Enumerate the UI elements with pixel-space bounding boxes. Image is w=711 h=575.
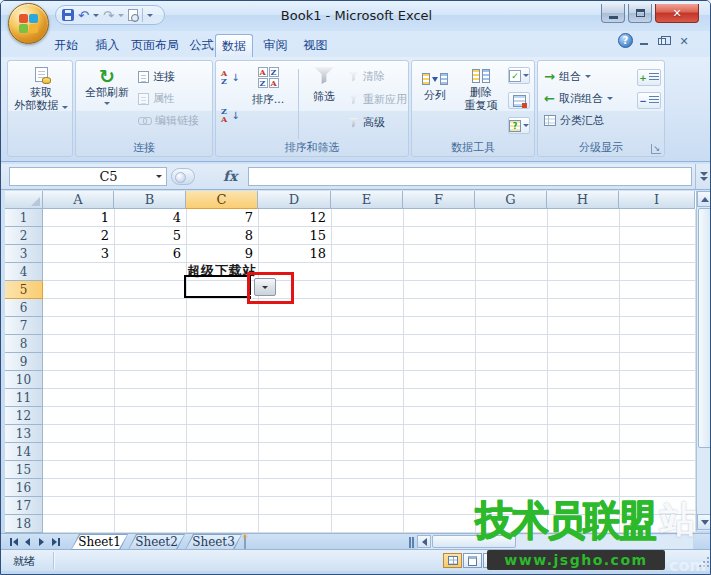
cell-B1[interactable]: 4	[114, 209, 181, 227]
column-header-A[interactable]: A	[43, 191, 114, 209]
subtotal-button[interactable]: 分类汇总	[544, 113, 604, 128]
name-box-dropdown-icon[interactable]	[152, 175, 166, 178]
remove-duplicates-button[interactable]: 删除 重复项	[457, 67, 505, 112]
print-preview-icon[interactable]	[128, 9, 138, 21]
connections-button[interactable]: 连接	[138, 69, 175, 84]
cell-A1[interactable]: 1	[43, 209, 109, 227]
row-header-17[interactable]: 17	[5, 497, 43, 515]
row-header-5[interactable]: 5	[5, 281, 43, 299]
group-button[interactable]: → 组合	[544, 69, 591, 84]
tab-home[interactable]: 开始	[45, 34, 87, 57]
previous-sheet-button[interactable]	[21, 536, 34, 548]
workbook-restore-button[interactable]	[655, 35, 669, 47]
tab-data[interactable]: 数据	[215, 34, 253, 57]
cell-D3[interactable]: 18	[258, 245, 326, 263]
scroll-down-button[interactable]	[697, 514, 711, 530]
column-header-I[interactable]: I	[619, 191, 695, 209]
normal-view-button[interactable]	[443, 553, 462, 568]
row-header-6[interactable]: 6	[5, 299, 43, 317]
cell-A2[interactable]: 2	[43, 227, 109, 245]
row-header-14[interactable]: 14	[5, 443, 43, 461]
formula-bar-splitter[interactable]	[171, 168, 195, 185]
formula-input[interactable]	[248, 167, 692, 186]
row-header-18[interactable]: 18	[5, 515, 43, 533]
select-all-corner[interactable]	[5, 191, 43, 209]
row-header-9[interactable]: 9	[5, 353, 43, 371]
row-header-16[interactable]: 16	[5, 479, 43, 497]
row-header-15[interactable]: 15	[5, 461, 43, 479]
row-header-11[interactable]: 11	[5, 389, 43, 407]
column-header-C[interactable]: C	[186, 191, 258, 209]
filter-button[interactable]: 筛选	[304, 67, 344, 103]
column-header-E[interactable]: E	[331, 191, 403, 209]
sort-descending-button[interactable]: ZA↓	[221, 107, 240, 123]
save-icon[interactable]	[62, 9, 74, 21]
hide-detail-button[interactable]: −	[637, 92, 661, 109]
cell-A3[interactable]: 3	[43, 245, 109, 263]
scroll-up-button[interactable]	[697, 191, 711, 207]
column-header-G[interactable]: G	[475, 191, 547, 209]
workbook-close-button[interactable]: ✕	[677, 35, 691, 47]
close-button[interactable]: ✕	[655, 4, 699, 23]
office-button[interactable]	[8, 3, 49, 44]
row-header-3[interactable]: 3	[5, 245, 43, 263]
sheet-tab-sheet3[interactable]: Sheet3	[185, 534, 242, 550]
cell-D1[interactable]: 12	[258, 209, 326, 227]
sort-ascending-button[interactable]: AZ↓	[221, 69, 240, 85]
cell-C3[interactable]: 9	[186, 245, 253, 263]
tab-review[interactable]: 审阅	[256, 34, 295, 57]
insert-function-button[interactable]: fx	[223, 168, 237, 184]
customize-qat-caret[interactable]	[147, 14, 153, 17]
row-header-8[interactable]: 8	[5, 335, 43, 353]
tab-insert[interactable]: 插入	[88, 34, 127, 57]
name-box[interactable]: C5	[9, 167, 167, 186]
last-sheet-button[interactable]	[49, 536, 62, 548]
sort-button[interactable]: AZ ZA 排序...	[244, 67, 292, 106]
row-header-12[interactable]: 12	[5, 407, 43, 425]
show-detail-button[interactable]: +	[637, 69, 661, 86]
selected-cell-C5[interactable]	[184, 275, 251, 298]
column-header-D[interactable]: D	[258, 191, 331, 209]
row-header-4[interactable]: 4	[5, 263, 43, 281]
advanced-filter-button[interactable]: 高级	[348, 115, 385, 130]
first-sheet-button[interactable]	[7, 536, 20, 548]
ungroup-button[interactable]: ← 取消组合	[544, 91, 613, 106]
data-validation-button[interactable]: ✓	[508, 67, 530, 84]
row-header-1[interactable]: 1	[5, 209, 43, 227]
sheet-tab-sheet2[interactable]: Sheet2	[128, 534, 185, 550]
cell-B2[interactable]: 5	[114, 227, 181, 245]
vertical-scroll-thumb[interactable]	[698, 208, 711, 448]
cell-C1[interactable]: 7	[186, 209, 253, 227]
expand-formula-bar-button[interactable]	[695, 164, 711, 189]
tab-page-layout[interactable]: 页面布局	[127, 34, 183, 57]
page-layout-view-button[interactable]	[463, 553, 482, 568]
cell-D2[interactable]: 15	[258, 227, 326, 245]
cell-B3[interactable]: 6	[114, 245, 181, 263]
text-to-columns-button[interactable]: 分列	[415, 67, 455, 102]
next-sheet-button[interactable]	[35, 536, 48, 548]
cell-C2[interactable]: 8	[186, 227, 253, 245]
row-header-2[interactable]: 2	[5, 227, 43, 245]
undo-dropdown-caret[interactable]	[93, 14, 99, 17]
column-header-H[interactable]: H	[547, 191, 619, 209]
help-button[interactable]: ?	[618, 33, 633, 48]
tab-scrollbar-splitter[interactable]	[409, 537, 414, 548]
vertical-scrollbar[interactable]	[696, 191, 711, 531]
minimize-button[interactable]	[601, 4, 625, 23]
maximize-button[interactable]	[628, 4, 652, 23]
refresh-all-button[interactable]: ↻ 全部刷新	[80, 66, 134, 105]
undo-icon[interactable]: ↶	[78, 9, 89, 22]
sheet-tab-sheet1[interactable]: Sheet1	[71, 534, 128, 550]
scroll-left-button[interactable]	[417, 535, 431, 548]
workbook-minimize-button[interactable]	[637, 35, 651, 47]
row-header-13[interactable]: 13	[5, 425, 43, 443]
row-header-7[interactable]: 7	[5, 317, 43, 335]
what-if-analysis-button[interactable]: ?	[508, 117, 530, 134]
column-header-F[interactable]: F	[403, 191, 475, 209]
column-header-B[interactable]: B	[114, 191, 186, 209]
consolidate-button[interactable]	[508, 92, 530, 109]
tab-view[interactable]: 视图	[297, 34, 334, 57]
insert-worksheet-button[interactable]: ✳	[244, 536, 264, 549]
row-header-10[interactable]: 10	[5, 371, 43, 389]
get-external-data-button[interactable]: 获取 外部数据	[11, 67, 71, 112]
